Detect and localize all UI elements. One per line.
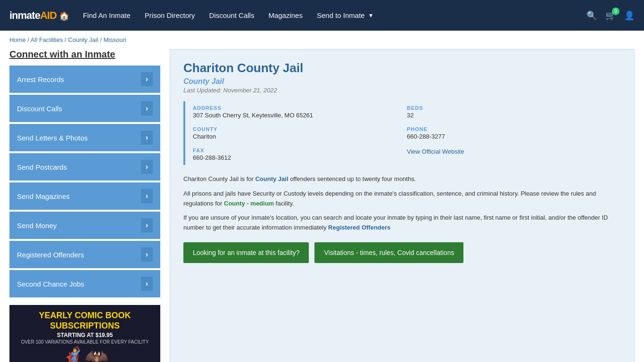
nav-icons: 🔍 🛒 0 👤 [586,10,635,21]
arrow-icon: › [141,277,153,291]
address-label: ADDRESS [193,105,407,111]
facility-type: County Jail [183,77,621,86]
address-value: 307 South Cherry St, Keytesville, MO 652… [193,112,407,119]
breadcrumb-all-facilities[interactable]: All Facilities [31,36,63,43]
beds-value: 32 [407,112,621,119]
user-icon[interactable]: 👤 [624,10,635,21]
fax-cell: FAX 660-288-3612 [193,144,407,165]
content-panel: Chariton County Jail County Jail Last Up… [170,49,635,362]
nav-prison-directory[interactable]: Prison Directory [145,11,195,19]
county-cell: COUNTY Chariton [193,123,407,144]
ad-title: YEARLY COMIC BOOK SUBSCRIPTIONS [15,311,155,331]
sidebar-menu: Arrest Records › Discount Calls › Send L… [9,66,160,297]
sidebar-title: Connect with an Inmate [9,49,160,60]
phone-label: PHONE [407,126,621,132]
info-grid: ADDRESS 307 South Cherry St, Keytesville… [183,101,621,165]
county-label: COUNTY [193,126,407,132]
phone-value: 660-288-3277 [407,133,621,140]
arrow-icon: › [141,101,153,115]
website-cell: View Official Website [407,144,621,165]
search-icon[interactable]: 🔍 [586,10,597,21]
beds-label: BEDS [407,105,621,111]
breadcrumb-home[interactable]: Home [9,36,26,43]
main-layout: Connect with an Inmate Arrest Records › … [0,49,644,362]
arrow-icon: › [141,72,153,86]
nav-discount-calls[interactable]: Discount Calls [209,11,255,19]
cta-buttons: Looking for an inmate at this facility? … [183,242,621,263]
description-3: If you are unsure of your inmate's locat… [183,213,621,233]
cart-icon[interactable]: 🛒 0 [605,10,616,21]
nav-find-inmate[interactable]: Find An Inmate [83,11,131,19]
nav-send-to-inmate[interactable]: Send to Inmate ▼ [317,11,374,19]
fax-label: FAX [193,148,407,153]
sidebar-item-send-postcards[interactable]: Send Postcards › [9,153,160,181]
arrow-icon: › [141,218,153,232]
arrow-icon: › [141,247,153,262]
nav-magazines[interactable]: Magazines [268,11,303,19]
website-link[interactable]: View Official Website [407,148,464,155]
ad-note: OVER 100 VARIATIONS AVAILABLE FOR EVERY … [21,339,149,345]
cart-badge: 0 [612,8,619,15]
county-jail-link-1[interactable]: County Jail [255,175,288,182]
breadcrumb: Home / All Facilities / County Jail / Mi… [0,31,644,49]
breadcrumb-county-jail[interactable]: County Jail [68,36,98,43]
ad-price: STARTING AT $19.95 [57,332,113,338]
sidebar-item-send-money[interactable]: Send Money › [9,212,160,239]
sidebar-item-arrest-records[interactable]: Arrest Records › [9,66,160,93]
ad-hero-icons: 🦸‍♂️🦇 [61,347,108,362]
sidebar: Connect with an Inmate Arrest Records › … [9,49,160,362]
sidebar-item-second-chance-jobs[interactable]: Second Chance Jobs › [9,270,160,297]
sidebar-ad[interactable]: YEARLY COMIC BOOK SUBSCRIPTIONS STARTING… [9,305,160,362]
last-updated: Last Updated: November 21, 2022 [183,87,621,94]
sidebar-item-send-letters[interactable]: Send Letters & Photos › [9,124,160,151]
logo-text: inmateAID 🏠 [9,9,69,21]
breadcrumb-state[interactable]: Missouri [103,36,126,43]
sidebar-item-discount-calls[interactable]: Discount Calls › [9,95,160,122]
looking-for-inmate-button[interactable]: Looking for an inmate at this facility? [183,242,309,263]
arrow-icon: › [141,131,153,145]
beds-cell: BEDS 32 [407,101,621,123]
county-value: Chariton [193,133,407,140]
fax-value: 660-288-3612 [193,154,407,161]
navbar: inmateAID 🏠 Find An Inmate Prison Direct… [0,0,644,31]
visitations-button[interactable]: Visitations - times, rules, Covid cancel… [314,242,463,263]
nav-links: Find An Inmate Prison Directory Discount… [83,11,586,19]
registered-offenders-link[interactable]: Registered Offenders [328,224,390,231]
sidebar-item-registered-offenders[interactable]: Registered Offenders › [9,241,160,268]
address-cell: ADDRESS 307 South Cherry St, Keytesville… [193,101,407,123]
county-medium-link[interactable]: County - medium [224,200,274,207]
arrow-icon: › [141,160,153,174]
description-2: All prisons and jails have Security or C… [183,189,621,209]
description-1: Chariton County Jail is for County Jail … [183,174,621,184]
phone-cell: PHONE 660-288-3277 [407,123,621,144]
sidebar-item-send-magazines[interactable]: Send Magazines › [9,182,160,210]
arrow-icon: › [141,189,153,203]
facility-name: Chariton County Jail [183,61,621,75]
logo[interactable]: inmateAID 🏠 [9,9,69,22]
